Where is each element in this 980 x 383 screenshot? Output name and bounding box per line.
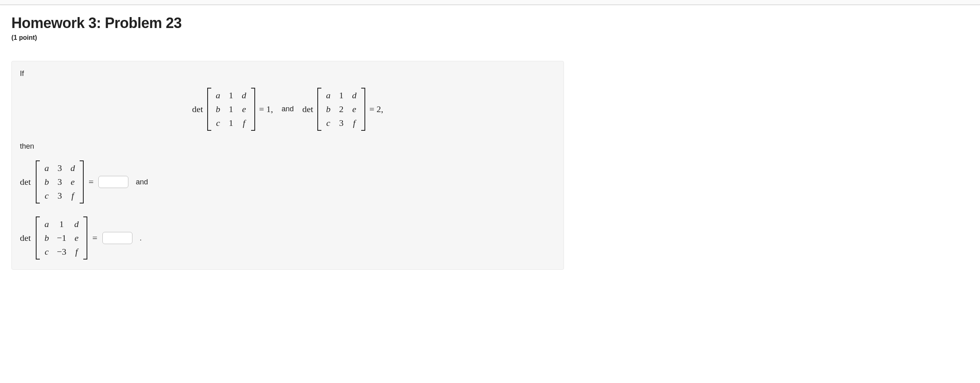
m1-r0c0: a (215, 90, 221, 101)
page-container: Homework 3: Problem 23 (1 point) If det … (0, 5, 980, 279)
m2-r0c1: 1 (338, 90, 344, 101)
m2-r2c0: c (325, 118, 331, 128)
m1-r2c2: f (241, 118, 247, 128)
det-label: det (302, 104, 313, 115)
det-label: det (20, 177, 31, 187)
problem-box: If det a 1 d b 1 e c 1 f (11, 61, 564, 270)
q1-r1c2: e (70, 177, 76, 187)
page-title: Homework 3: Problem 23 (11, 15, 969, 32)
answer-input-2[interactable] (102, 232, 132, 244)
eq2-rhs: = 2, (369, 104, 383, 115)
q2-eq: = (92, 233, 97, 243)
given-eq-1: det a 1 d b 1 e c 1 f (192, 88, 273, 131)
window-topbar (0, 0, 980, 5)
eq1-rhs: = 1, (259, 104, 273, 115)
m2-r1c0: b (325, 104, 331, 115)
matrix-1: a 1 d b 1 e c 1 f (207, 88, 255, 131)
answer-line-2: det a 1 d b −1 e c −3 f = . (20, 216, 555, 260)
q1-r2c2: f (70, 190, 76, 201)
m1-r1c0: b (215, 104, 221, 115)
bracket-left (36, 216, 40, 260)
m2-r0c0: a (325, 90, 331, 101)
period: . (137, 234, 142, 242)
m2-r1c2: e (351, 104, 357, 115)
m2-r2c2: f (351, 118, 357, 128)
and-word-1: and (275, 105, 300, 113)
bracket-left (317, 88, 321, 131)
bracket-right (80, 160, 84, 203)
q2-r2c2: f (74, 247, 79, 257)
q1-r2c0: c (44, 190, 50, 201)
given-equations: det a 1 d b 1 e c 1 f (20, 88, 555, 131)
point-value: (1 point) (11, 34, 969, 41)
det-label: det (20, 233, 31, 243)
q2-r2c0: c (44, 247, 50, 257)
and-word-2: and (133, 178, 148, 186)
q1-eq: = (89, 177, 93, 187)
bracket-right (361, 88, 365, 131)
det-label: det (192, 104, 203, 115)
q2-r2c1: −3 (57, 247, 66, 257)
bracket-left (207, 88, 211, 131)
text-then: then (20, 142, 555, 151)
m2-r1c1: 2 (338, 104, 344, 115)
m1-r2c0: c (215, 118, 221, 128)
m1-r1c2: e (241, 104, 247, 115)
matrix-q1: a 3 d b 3 e c 3 f (36, 160, 84, 203)
q1-r1c0: b (44, 177, 50, 187)
q2-r0c0: a (44, 219, 50, 229)
q1-r0c0: a (44, 163, 50, 173)
matrix-q2: a 1 d b −1 e c −3 f (36, 216, 87, 260)
m1-r1c1: 1 (228, 104, 234, 115)
q2-r1c0: b (44, 233, 50, 243)
m2-r2c1: 3 (338, 118, 344, 128)
answer-line-1: det a 3 d b 3 e c 3 f = and (20, 160, 555, 203)
q1-r2c1: 3 (57, 190, 63, 201)
q2-r1c1: −1 (57, 233, 66, 243)
bracket-right (83, 216, 87, 260)
m2-r0c2: d (351, 90, 357, 101)
text-if: If (20, 69, 555, 78)
m1-r2c1: 1 (228, 118, 234, 128)
bracket-left (36, 160, 40, 203)
q2-r0c1: 1 (57, 219, 66, 229)
bracket-right (251, 88, 255, 131)
q1-r0c2: d (70, 163, 76, 173)
given-eq-2: det a 1 d b 2 e c 3 f (302, 88, 383, 131)
matrix-2: a 1 d b 2 e c 3 f (317, 88, 365, 131)
answer-input-1[interactable] (98, 176, 128, 188)
q2-r1c2: e (74, 233, 79, 243)
m1-r0c1: 1 (228, 90, 234, 101)
m1-r0c2: d (241, 90, 247, 101)
q1-r1c1: 3 (57, 177, 63, 187)
q2-r0c2: d (74, 219, 79, 229)
q1-r0c1: 3 (57, 163, 63, 173)
